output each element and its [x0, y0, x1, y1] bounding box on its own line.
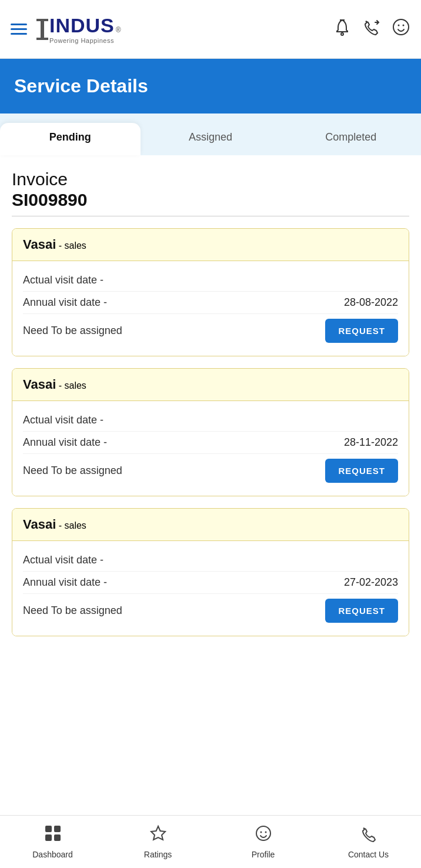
svg-point-11: [260, 832, 262, 833]
nav-item-contact[interactable]: Contact Us: [316, 816, 421, 868]
account-icon[interactable]: [392, 18, 410, 41]
card-1-actual-label: Actual visit date -: [23, 274, 103, 286]
svg-rect-6: [54, 826, 61, 832]
card-1-tag: - sales: [59, 241, 86, 251]
card-3-status-row: Need To be assigned REQUEST: [23, 594, 398, 627]
hamburger-menu[interactable]: [11, 24, 27, 35]
card-1-status-label: Need To be assigned: [23, 325, 122, 337]
svg-rect-7: [45, 834, 52, 841]
svg-rect-5: [45, 826, 52, 832]
invoice-number: SI009890: [12, 190, 87, 210]
header-right: [333, 18, 410, 41]
card-2-annual-label: Annual visit date -: [23, 436, 107, 449]
tab-pending[interactable]: Pending: [0, 123, 141, 155]
card-3-annual-row: Annual visit date - 27-02-2023: [23, 572, 398, 594]
header-left: INDUS ® Powering Happiness: [11, 14, 121, 44]
card-2-location: Vasai: [23, 377, 56, 392]
svg-marker-9: [151, 826, 165, 840]
card-3-location: Vasai: [23, 517, 56, 532]
card-1-body: Actual visit date - Annual visit date - …: [12, 261, 409, 356]
card-2-annual-value: 28-11-2022: [344, 436, 398, 449]
profile-icon: [255, 824, 272, 846]
nav-item-profile[interactable]: Profile: [210, 816, 316, 868]
tabs-container: Pending Assigned Completed: [0, 113, 421, 155]
card-1-request-button[interactable]: REQUEST: [325, 319, 398, 343]
contact-icon: [360, 824, 377, 846]
card-1-location: Vasai: [23, 237, 56, 252]
service-card-3: Vasai - sales Actual visit date - Annual…: [12, 508, 409, 636]
svg-rect-8: [54, 834, 61, 841]
svg-point-0: [341, 33, 343, 35]
svg-point-3: [398, 25, 400, 26]
card-1-actual-row: Actual visit date -: [23, 269, 398, 292]
card-2-request-button[interactable]: REQUEST: [325, 459, 398, 483]
card-2-status-row: Need To be assigned REQUEST: [23, 454, 398, 488]
card-3-status-label: Need To be assigned: [23, 605, 122, 617]
card-2-tag: - sales: [59, 380, 86, 390]
card-3-annual-value: 27-02-2023: [344, 576, 398, 589]
card-1-header: Vasai - sales: [12, 229, 409, 261]
invoice-info: Invoice SI009890: [12, 169, 87, 210]
card-2-status-label: Need To be assigned: [23, 465, 122, 477]
card-3-annual-label: Annual visit date -: [23, 576, 107, 589]
card-2-body: Actual visit date - Annual visit date - …: [12, 401, 409, 496]
nav-label-ratings: Ratings: [144, 850, 172, 859]
nav-item-ratings[interactable]: Ratings: [105, 816, 210, 868]
card-3-actual-label: Actual visit date -: [23, 554, 103, 566]
svg-point-10: [256, 826, 270, 840]
page-title: Service Details: [14, 75, 407, 97]
page-banner: Service Details: [0, 59, 421, 113]
logo: INDUS ® Powering Happiness: [36, 14, 121, 44]
card-2-header: Vasai - sales: [12, 369, 409, 401]
notification-icon[interactable]: [333, 18, 352, 41]
nav-label-dashboard: Dashboard: [32, 850, 73, 859]
invoice-header: Invoice SI009890: [12, 169, 409, 216]
card-3-tag: - sales: [59, 520, 86, 530]
card-3-request-button[interactable]: REQUEST: [325, 599, 398, 623]
card-3-body: Actual visit date - Annual visit date - …: [12, 541, 409, 636]
nav-item-dashboard[interactable]: Dashboard: [0, 816, 105, 868]
logo-brand-name: INDUS: [49, 14, 115, 37]
svg-point-12: [265, 832, 266, 833]
call-forward-icon[interactable]: [362, 18, 381, 41]
logo-registered: ®: [116, 26, 121, 34]
card-1-status-row: Need To be assigned REQUEST: [23, 314, 398, 348]
service-card-2: Vasai - sales Actual visit date - Annual…: [12, 368, 409, 496]
tab-completed[interactable]: Completed: [280, 123, 421, 155]
tab-assigned[interactable]: Assigned: [141, 123, 281, 155]
card-3-actual-row: Actual visit date -: [23, 549, 398, 572]
header: INDUS ® Powering Happiness: [0, 0, 421, 59]
dashboard-icon: [44, 824, 62, 846]
svg-point-2: [393, 19, 409, 35]
bottom-nav: Dashboard Ratings Profile Contact U: [0, 815, 421, 868]
card-1-annual-value: 28-08-2022: [344, 296, 398, 309]
card-3-header: Vasai - sales: [12, 509, 409, 541]
ratings-icon: [149, 824, 167, 846]
card-2-actual-row: Actual visit date -: [23, 409, 398, 432]
logo-subtitle: Powering Happiness: [49, 37, 121, 44]
card-2-annual-row: Annual visit date - 28-11-2022: [23, 432, 398, 454]
logo-i-icon: [36, 19, 48, 40]
nav-label-profile: Profile: [252, 850, 275, 859]
service-card-1: Vasai - sales Actual visit date - Annual…: [12, 228, 409, 356]
main-content: Invoice SI009890 Vasai - sales Actual vi…: [0, 155, 421, 719]
logo-text-area: INDUS ® Powering Happiness: [49, 14, 121, 44]
card-1-annual-label: Annual visit date -: [23, 296, 107, 309]
nav-label-contact: Contact Us: [348, 850, 389, 859]
svg-point-4: [403, 25, 405, 26]
invoice-label: Invoice: [12, 169, 87, 190]
card-2-actual-label: Actual visit date -: [23, 414, 103, 426]
card-1-annual-row: Annual visit date - 28-08-2022: [23, 292, 398, 314]
